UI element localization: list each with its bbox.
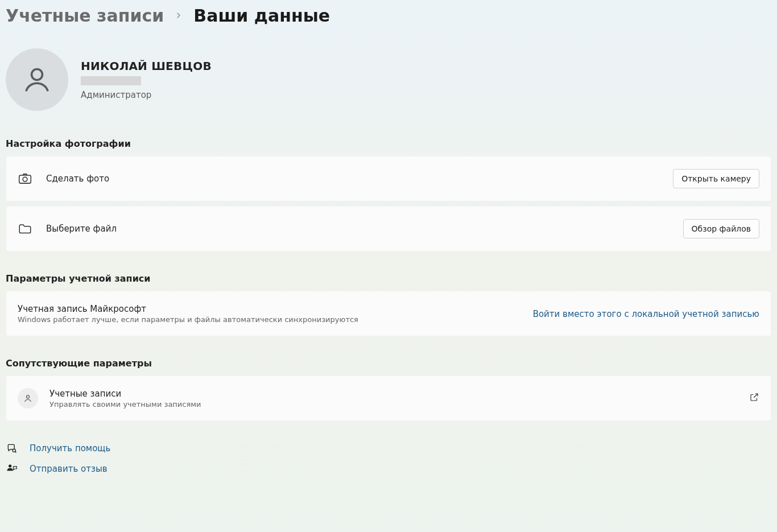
card-choose-file: Выберите файл Обзор файлов xyxy=(6,206,771,251)
avatar xyxy=(6,48,68,111)
take-photo-label: Сделать фото xyxy=(46,174,673,184)
svg-point-0 xyxy=(32,69,43,80)
section-related-settings: Сопутствующие параметры Учетные записи У… xyxy=(6,358,771,421)
browse-files-button[interactable]: Обзор файлов xyxy=(683,219,759,238)
accounts-link-subtitle: Управлять своими учетными записями xyxy=(49,400,749,409)
external-link-icon xyxy=(749,392,759,405)
ms-account-title: Учетная запись Майкрософт xyxy=(18,304,533,314)
send-feedback-label: Отправить отзыв xyxy=(30,464,108,474)
choose-file-label: Выберите файл xyxy=(46,224,683,234)
section-account-settings: Параметры учетной записи Учетная запись … xyxy=(6,273,771,336)
breadcrumb-parent[interactable]: Учетные записи xyxy=(6,6,164,26)
person-icon xyxy=(18,388,38,409)
section-title-account: Параметры учетной записи xyxy=(6,273,771,284)
feedback-icon xyxy=(6,463,18,475)
svg-point-3 xyxy=(26,395,29,398)
section-title-photo: Настройка фотографии xyxy=(6,138,771,149)
svg-rect-1 xyxy=(19,175,31,183)
section-title-related: Сопутствующие параметры xyxy=(6,358,771,369)
accounts-link-title: Учетные записи xyxy=(49,389,749,399)
send-feedback-link[interactable]: Отправить отзыв xyxy=(6,463,771,475)
svg-point-2 xyxy=(23,177,27,182)
folder-icon xyxy=(18,221,32,236)
sign-in-local-link[interactable]: Войти вместо этого с локальной учетной з… xyxy=(533,309,759,319)
profile-role: Администратор xyxy=(81,90,212,100)
section-photo-settings: Настройка фотографии Сделать фото Открыт… xyxy=(6,138,771,251)
get-help-link[interactable]: Получить помощь xyxy=(6,443,771,454)
page-title: Ваши данные xyxy=(193,6,330,26)
card-microsoft-account: Учетная запись Майкрософт Windows работа… xyxy=(6,291,771,336)
camera-icon xyxy=(18,171,32,186)
ms-account-subtitle: Windows работает лучше, если параметры и… xyxy=(18,315,533,324)
profile-header: НИКОЛАЙ ШЕВЦОВ Администратор xyxy=(6,48,771,111)
breadcrumb: Учетные записи Ваши данные xyxy=(6,6,771,26)
open-camera-button[interactable]: Открыть камеру xyxy=(673,169,759,188)
footer-links: Получить помощь Отправить отзыв xyxy=(6,443,771,475)
help-icon xyxy=(6,443,18,454)
card-accounts-link[interactable]: Учетные записи Управлять своими учетными… xyxy=(6,376,771,421)
profile-email-redacted xyxy=(81,76,141,85)
card-take-photo: Сделать фото Открыть камеру xyxy=(6,156,771,201)
profile-name: НИКОЛАЙ ШЕВЦОВ xyxy=(81,59,212,73)
svg-point-5 xyxy=(9,465,11,468)
get-help-label: Получить помощь xyxy=(30,443,110,453)
chevron-right-icon xyxy=(174,9,183,23)
